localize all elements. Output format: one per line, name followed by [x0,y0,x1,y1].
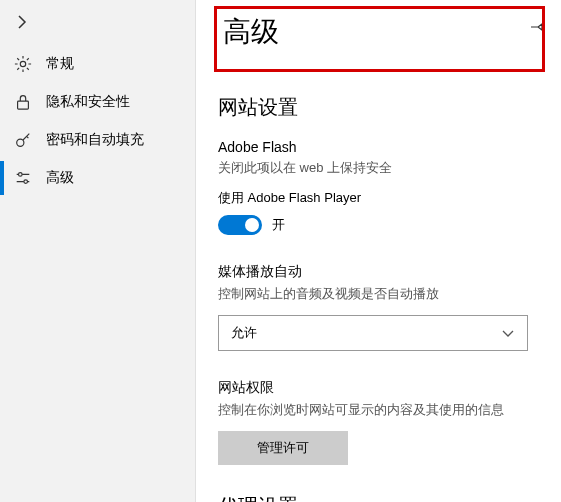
sidebar-item-general[interactable]: 常规 [0,45,195,83]
toggle-state-label: 开 [272,216,285,234]
setting-title: 媒体播放自动 [218,263,539,281]
setting-flash: Adobe Flash 关闭此项以在 web 上保持安全 使用 Adobe Fl… [218,139,539,235]
section-header-site-settings: 网站设置 [218,94,539,121]
setting-subtitle: 使用 Adobe Flash Player [218,189,539,207]
svg-point-2 [17,139,24,146]
sidebar-item-privacy[interactable]: 隐私和安全性 [0,83,195,121]
sidebar: 常规 隐私和安全性 密码和自动填充 高级 [0,0,196,502]
chevron-down-icon [501,326,515,340]
svg-rect-1 [18,101,29,109]
main-content: 高级 网站设置 Adobe Flash 关闭此项以在 web 上保持安全 使用 … [196,0,561,502]
sidebar-item-label: 隐私和安全性 [46,93,130,111]
autoplay-select[interactable]: 允许 [218,315,528,351]
sidebar-nav-back[interactable] [0,8,195,45]
manage-permissions-button[interactable]: 管理许可 [218,431,348,465]
setting-description: 关闭此项以在 web 上保持安全 [218,159,539,177]
sliders-icon [14,169,32,187]
chevron-right-icon [14,14,30,30]
svg-point-4 [24,180,28,184]
setting-description: 控制在你浏览时网站可显示的内容及其使用的信息 [218,401,539,419]
sidebar-item-label: 密码和自动填充 [46,131,144,149]
title-highlight-box: 高级 [214,6,545,72]
sidebar-item-label: 常规 [46,55,74,73]
flash-toggle[interactable] [218,215,262,235]
svg-point-0 [20,61,25,66]
setting-description: 控制网站上的音频及视频是否自动播放 [218,285,539,303]
section-header-proxy: 代理设置 [218,493,539,502]
select-value: 允许 [231,324,257,342]
key-icon [14,131,32,149]
setting-title: Adobe Flash [218,139,539,155]
sidebar-item-label: 高级 [46,169,74,187]
sidebar-item-passwords[interactable]: 密码和自动填充 [0,121,195,159]
setting-autoplay: 媒体播放自动 控制网站上的音频及视频是否自动播放 允许 [218,263,539,351]
sidebar-item-advanced[interactable]: 高级 [0,159,195,197]
gear-icon [14,55,32,73]
setting-permissions: 网站权限 控制在你浏览时网站可显示的内容及其使用的信息 管理许可 [218,379,539,465]
lock-icon [14,93,32,111]
setting-title: 网站权限 [218,379,539,397]
svg-point-3 [19,173,23,177]
page-title: 高级 [223,13,536,51]
